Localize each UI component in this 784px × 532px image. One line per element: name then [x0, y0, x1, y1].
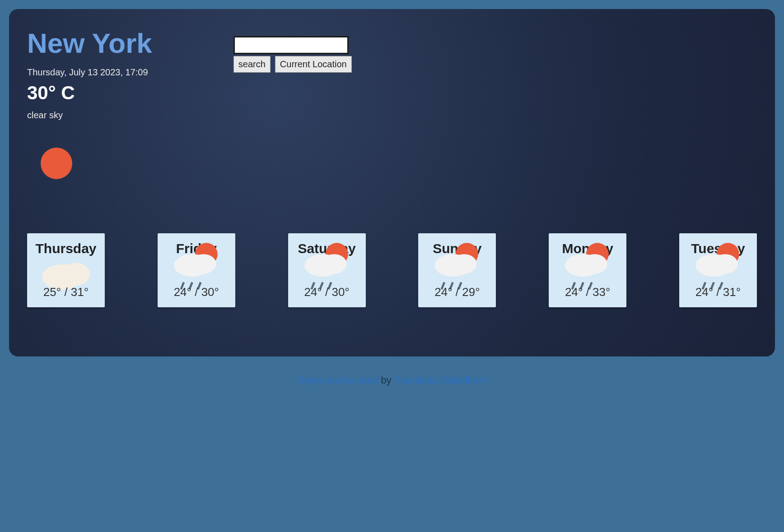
open-source-link[interactable]: Open source code — [297, 375, 378, 386]
datetime: Thursday, July 13 2023, 17:09 — [27, 67, 152, 78]
top-row: New York Thursday, July 13 2023, 17:09 3… — [27, 27, 757, 179]
rain-icon — [683, 261, 753, 282]
weather-card: New York Thursday, July 13 2023, 17:09 3… — [9, 9, 775, 356]
rain-icon — [422, 261, 492, 282]
svg-point-22 — [582, 254, 607, 274]
footer-by: by — [378, 375, 394, 386]
button-row: search Current Location — [233, 56, 352, 73]
current-weather-icon — [41, 148, 152, 179]
rain-icon — [552, 261, 623, 282]
search-input[interactable] — [233, 36, 349, 54]
forecast-card: Friday24° / 30° — [158, 233, 235, 307]
forecast-card: Tuesday24° / 31° — [679, 233, 757, 307]
rain-icon — [161, 261, 232, 282]
city-name: New York — [27, 27, 152, 59]
forecast-row: Thursday25° / 31°Friday24° / 30°Saturday… — [27, 233, 757, 307]
current-temperature: 30° C — [27, 82, 152, 104]
svg-point-1 — [62, 263, 90, 285]
search-section: search Current Location — [233, 27, 352, 179]
forecast-card: Thursday25° / 31° — [27, 233, 105, 307]
search-button[interactable]: search — [233, 56, 271, 73]
current-weather-section: New York Thursday, July 13 2023, 17:09 3… — [27, 27, 152, 179]
forecast-card: Saturday24° / 30° — [288, 233, 366, 307]
weather-description: clear sky — [27, 110, 152, 120]
svg-point-28 — [713, 254, 738, 274]
rain-icon — [292, 261, 362, 282]
current-location-button[interactable]: Current Location — [275, 56, 352, 73]
forecast-card: Sunday24° / 29° — [418, 233, 496, 307]
author-link[interactable]: Franziska Schallhorn — [394, 375, 487, 386]
svg-point-16 — [452, 254, 477, 274]
cloudy-icon — [31, 261, 101, 282]
svg-point-10 — [321, 254, 346, 274]
footer: Open source code by Franziska Schallhorn — [9, 356, 775, 386]
forecast-card: Monday24° / 33° — [549, 233, 626, 307]
svg-point-4 — [191, 254, 216, 274]
sun-icon — [41, 148, 72, 179]
